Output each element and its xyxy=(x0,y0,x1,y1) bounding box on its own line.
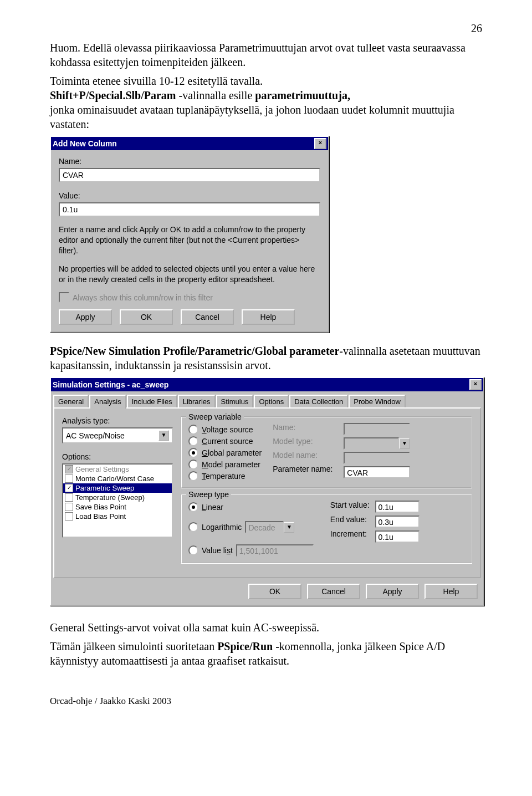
value-label: Value: xyxy=(59,191,320,200)
tab-data-collection[interactable]: Data Collection xyxy=(289,395,348,407)
radio-global[interactable] xyxy=(188,448,198,458)
name-input[interactable]: CVAR xyxy=(59,168,320,182)
param-name-input[interactable]: CVAR xyxy=(344,466,410,478)
footer: Orcad-ohje / Jaakko Kaski 2003 xyxy=(50,696,482,707)
list-item[interactable]: Load Bias Point xyxy=(75,512,126,521)
chevron-down-icon: ▼ xyxy=(284,522,294,533)
cancel-button[interactable]: Cancel xyxy=(307,584,360,599)
text: Toiminta etenee sivuilla 10-12 esitetyll… xyxy=(50,75,263,87)
tab-libraries[interactable]: Libraries xyxy=(178,395,216,407)
radio-label: Linear xyxy=(202,503,223,512)
radio-label: Value list xyxy=(202,546,233,555)
paragraph-5: Tämän jälkeen simulointi suoritetaan PSp… xyxy=(50,639,482,668)
titlebar: Add New Column × xyxy=(51,137,328,150)
close-icon[interactable]: × xyxy=(469,379,482,390)
ok-button[interactable]: OK xyxy=(248,584,301,599)
always-show-checkbox[interactable] xyxy=(59,292,69,303)
incr-input[interactable]: 0.1u xyxy=(375,530,420,543)
list-item[interactable]: Monte Carlo/Worst Case xyxy=(75,474,154,483)
dialog-title: Add New Column xyxy=(53,139,117,148)
analysis-type-select[interactable]: AC Sweep/Noise ▼ xyxy=(62,427,173,443)
text-bold: PSpice/New Simulation Profile/Parametric… xyxy=(50,345,339,357)
page-number: 26 xyxy=(50,22,482,35)
tab-include-files[interactable]: Include Files xyxy=(127,395,177,407)
list-item[interactable]: Parametric Sweep xyxy=(75,484,134,492)
value-list-input: 1,501,1001 xyxy=(236,544,314,557)
model-type-select xyxy=(344,437,399,450)
name-label: Name: xyxy=(59,157,320,166)
checkbox-icon[interactable] xyxy=(65,493,73,502)
end-input[interactable]: 0.3u xyxy=(375,516,420,528)
name-input xyxy=(344,423,410,435)
checkbox-label: Always show this column/row in this filt… xyxy=(73,293,213,302)
model-name-input xyxy=(344,452,410,464)
list-item[interactable]: Temperature (Sweep) xyxy=(75,493,145,502)
tab-general[interactable]: General xyxy=(53,395,89,407)
text: jonka ominaisuudet avataan tuplanäpäytyk… xyxy=(50,104,454,130)
incr-label: Increment: xyxy=(330,529,370,538)
radio-label: Logarithmic xyxy=(202,523,242,532)
text: -valinnalla esille xyxy=(176,89,255,101)
close-icon[interactable]: × xyxy=(314,138,326,149)
text-bold: Shift+P/Special.Slb/Param xyxy=(50,89,176,101)
tab-analysis[interactable]: Analysis xyxy=(89,395,126,409)
radio-vlist[interactable] xyxy=(188,545,198,555)
radio-current[interactable] xyxy=(188,436,198,446)
start-label: Start value: xyxy=(330,501,370,509)
desc-1: Enter a name and click Apply or OK to ad… xyxy=(59,224,320,256)
simulation-settings-dialog: Simulation Settings - ac_sweep × General… xyxy=(50,377,484,606)
radio-label: Current source xyxy=(202,437,253,446)
text: Tämän jälkeen simulointi suoritetaan xyxy=(50,640,217,652)
tab-stimulus[interactable]: Stimulus xyxy=(216,395,254,407)
sweep-variable-group: Sweep variable Voltage source Current so… xyxy=(181,416,472,488)
apply-button[interactable]: Apply xyxy=(366,584,419,599)
radio-model[interactable] xyxy=(188,460,198,470)
radio-label: Temperature xyxy=(202,472,245,481)
options-listbox[interactable]: ✓General Settings Monte Carlo/Worst Case… xyxy=(62,463,173,538)
value-input[interactable]: 0.1u xyxy=(59,202,320,217)
chevron-down-icon: ▼ xyxy=(399,438,410,449)
tab-probe-window[interactable]: Probe Window xyxy=(349,395,406,407)
group-title: Sweep type xyxy=(186,490,231,499)
paragraph-1: Huom. Edellä olevassa piirikaaviossa Par… xyxy=(50,40,482,69)
ok-button[interactable]: OK xyxy=(120,309,173,325)
help-button[interactable]: Help xyxy=(242,309,295,325)
checkbox-icon[interactable]: ✓ xyxy=(65,484,73,492)
list-item[interactable]: Save Bias Point xyxy=(75,503,126,511)
radio-voltage[interactable] xyxy=(188,425,198,435)
radio-temp[interactable] xyxy=(188,471,198,481)
chevron-down-icon[interactable]: ▼ xyxy=(158,430,169,441)
sweep-type-group: Sweep type Linear Logarithmic Decade▼ Va… xyxy=(181,494,472,564)
apply-button[interactable]: Apply xyxy=(59,309,112,325)
log-select: Decade xyxy=(245,521,284,533)
dialog-title: Simulation Settings - ac_sweep xyxy=(53,380,168,389)
radio-label: Global parameter xyxy=(202,448,262,457)
cancel-button[interactable]: Cancel xyxy=(181,309,234,325)
group-title: Sweep variable xyxy=(186,412,244,421)
tab-bar: General Analysis Include Files Libraries… xyxy=(51,391,483,407)
start-input[interactable]: 0.1u xyxy=(375,501,420,513)
checkbox-icon[interactable] xyxy=(65,474,73,483)
select-value: AC Sweep/Noise xyxy=(66,431,125,440)
paragraph-4: General Settings-arvot voivat olla samat… xyxy=(50,620,482,635)
checkbox-icon[interactable] xyxy=(65,512,73,521)
options-label: Options: xyxy=(62,452,173,461)
radio-linear[interactable] xyxy=(188,502,198,512)
name-label: Name: xyxy=(273,423,332,432)
checkbox-icon[interactable] xyxy=(65,503,73,511)
paragraph-3: PSpice/New Simulation Profile/Parametric… xyxy=(50,344,482,373)
tab-options[interactable]: Options xyxy=(254,395,289,407)
radio-log[interactable] xyxy=(188,522,198,532)
help-button[interactable]: Help xyxy=(424,584,478,599)
text-bold: parametrimuuttuja, xyxy=(255,89,350,101)
model-name-label: Model name: xyxy=(273,451,332,460)
end-label: End value: xyxy=(330,515,370,524)
analysis-type-label: Analysis type: xyxy=(62,416,173,425)
text-bold: PSpice/Run xyxy=(217,640,273,652)
checkbox-icon: ✓ xyxy=(65,465,73,473)
titlebar: Simulation Settings - ac_sweep × xyxy=(51,378,483,391)
radio-label: Model parameter xyxy=(202,460,260,469)
radio-label: Voltage source xyxy=(202,425,253,434)
list-item[interactable]: General Settings xyxy=(75,465,129,473)
desc-2: No properties will be added to selected … xyxy=(59,264,320,285)
